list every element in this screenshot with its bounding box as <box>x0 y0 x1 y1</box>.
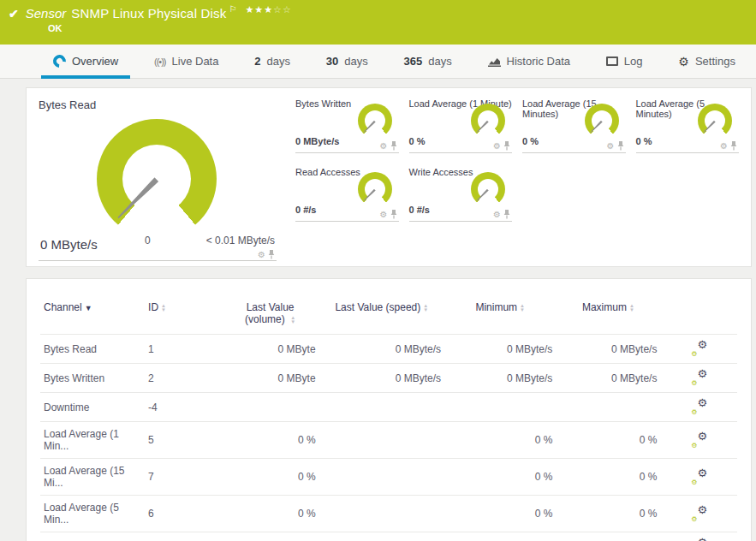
channel-settings-gears-icon[interactable]: ⚙⚙ <box>690 341 707 354</box>
channel-gear-icon[interactable]: ⚙ <box>607 141 615 151</box>
mini-gauge-value: 0 #/s <box>409 205 430 215</box>
cell-channel: Read Accesses <box>40 532 145 541</box>
channel-settings-gears-icon[interactable]: ⚙⚙ <box>690 469 707 483</box>
table-row[interactable]: Bytes Read 1 0 MByte 0 MByte/s 0 MByte/s… <box>40 335 737 364</box>
column-header-maximum[interactable]: Maximum▲▼ <box>556 296 660 335</box>
mini-gauge-value: 0 MByte/s <box>295 136 339 146</box>
channel-settings-gears-icon[interactable]: ⚙⚙ <box>690 506 707 520</box>
channel-settings-gears-icon[interactable]: ⚙⚙ <box>690 432 707 446</box>
sort-icon: ▲▼ <box>161 304 166 312</box>
pin-icon[interactable] <box>390 141 397 151</box>
mini-gauge-write-accesses: Write Accesses 0 #/s ⚙ <box>409 167 513 222</box>
tab-30-days-label: days <box>344 55 367 68</box>
cell-maximum: 0 % <box>556 496 660 532</box>
table-row[interactable]: Load Average (5 Min... 6 0 % 0 % 0 % ⚙⚙ <box>40 496 737 532</box>
tab-live-data[interactable]: ((•)) Live Data <box>142 45 230 78</box>
mini-gauge-read-accesses: Read Accesses 0 #/s ⚙ <box>295 167 399 222</box>
tab-30-days-number: 30 <box>326 55 338 68</box>
cell-last-speed: 0 #/s <box>319 532 445 541</box>
priority-stars[interactable]: ★★★☆☆ <box>245 4 291 15</box>
pin-icon[interactable] <box>730 141 737 151</box>
mini-gauge-value: 0 #/s <box>295 205 316 215</box>
gauge-needle <box>589 120 603 134</box>
primary-gauge-value: 0 MByte/s <box>40 237 98 252</box>
gear-icon: ⚙ <box>678 55 689 68</box>
tab-live-data-label: Live Data <box>172 55 219 68</box>
table-row[interactable]: Load Average (15 Mi... 7 0 % 0 % 0 % ⚙⚙ <box>40 459 737 496</box>
mini-gauge-load-1min: Load Average (1 Minute) 0 % ⚙ <box>409 98 513 153</box>
table-row[interactable]: Read Accesses 3 0 # 0 #/s 0 #/s 0 #/s ⚙⚙ <box>40 532 737 541</box>
tab-settings-label: Settings <box>695 55 735 68</box>
cell-id: 7 <box>145 459 222 496</box>
cell-id: 3 <box>145 532 222 541</box>
primary-gauge-block: Bytes Read 0 MByte/s 0 < 0.01 MByte/s ⚙ <box>39 98 277 261</box>
priority-flag-icon[interactable]: ⚐ <box>229 4 237 14</box>
table-row[interactable]: Load Average (1 Min... 5 0 % 0 % 0 % ⚙⚙ <box>40 422 737 459</box>
cell-maximum: 0 MByte/s <box>556 364 660 393</box>
gauge-needle <box>476 188 490 202</box>
sort-icon: ▲▼ <box>520 304 525 312</box>
column-header-id[interactable]: ID▲▼ <box>145 296 222 335</box>
gauge-needle <box>362 188 376 202</box>
gauge-icon <box>51 52 68 70</box>
mini-gauges-grid: Bytes Written 0 MByte/s ⚙ Load Average (… <box>295 98 739 261</box>
cell-channel: Load Average (5 Min... <box>40 496 145 532</box>
tab-365-days[interactable]: 365 days <box>392 45 464 78</box>
pin-icon[interactable] <box>617 141 624 151</box>
channel-gear-icon[interactable]: ⚙ <box>493 210 501 219</box>
tab-settings[interactable]: ⚙ Settings <box>666 45 747 78</box>
ok-check-icon: ✔ <box>9 7 19 21</box>
channels-table: Channel▼ ID▲▼ Last Value (volume) ▲▼ Las… <box>40 296 737 541</box>
table-row[interactable]: Downtime -4 ⚙⚙ <box>40 393 737 422</box>
cell-minimum: 0 % <box>444 422 556 459</box>
tab-2-days-label: days <box>267 55 290 68</box>
pin-icon[interactable] <box>503 141 510 151</box>
column-header-last-speed[interactable]: Last Value (speed)▲▼ <box>319 296 445 335</box>
cell-last-volume: 0 MByte <box>222 335 319 364</box>
tab-365-days-number: 365 <box>404 55 423 68</box>
pin-icon[interactable] <box>390 210 397 219</box>
cell-maximum <box>556 393 660 422</box>
channel-gear-icon[interactable]: ⚙ <box>493 141 501 151</box>
gauge-needle <box>703 120 717 134</box>
column-header-minimum[interactable]: Minimum▲▼ <box>444 296 556 335</box>
tab-2-days[interactable]: 2 days <box>242 45 302 78</box>
column-header-last-volume[interactable]: Last Value (volume) ▲▼ <box>222 296 319 335</box>
channel-gear-icon[interactable]: ⚙ <box>380 210 388 219</box>
pin-icon[interactable] <box>268 250 275 259</box>
gauge-scale-min: 0 <box>145 235 151 247</box>
cell-last-volume: 0 % <box>222 496 319 532</box>
sensor-status-text: OK <box>48 23 747 33</box>
pin-icon[interactable] <box>503 210 510 219</box>
stars-filled[interactable]: ★★★ <box>245 4 273 15</box>
mini-gauge-value: 0 % <box>636 136 652 146</box>
tab-overview-label: Overview <box>72 55 118 68</box>
primary-gauge <box>97 119 217 239</box>
cell-minimum: 0 #/s <box>444 532 556 541</box>
cell-last-volume: 0 % <box>222 459 319 496</box>
column-header-channel[interactable]: Channel▼ <box>40 296 145 335</box>
cell-last-speed <box>319 422 445 459</box>
channel-gear-icon[interactable]: ⚙ <box>380 141 388 151</box>
channel-gear-icon[interactable]: ⚙ <box>258 250 265 259</box>
tab-overview[interactable]: Overview <box>41 45 130 78</box>
channel-settings-gears-icon[interactable]: ⚙⚙ <box>690 370 707 383</box>
tab-30-days[interactable]: 30 days <box>314 45 380 78</box>
stars-empty[interactable]: ☆☆ <box>273 4 292 15</box>
tab-log[interactable]: Log <box>594 45 655 78</box>
cell-id: -4 <box>145 393 222 422</box>
cell-channel: Load Average (1 Min... <box>40 422 145 459</box>
cell-last-speed <box>319 496 445 532</box>
mini-gauge-load-5min: Load Average (5 Minutes) 0 % ⚙ <box>636 98 740 153</box>
channel-settings-gears-icon[interactable]: ⚙⚙ <box>690 399 707 413</box>
table-row[interactable]: Bytes Written 2 0 MByte 0 MByte/s 0 MByt… <box>40 364 737 393</box>
tab-historic-data[interactable]: Historic Data <box>476 45 582 78</box>
tab-log-label: Log <box>624 55 643 68</box>
gauges-panel: Bytes Read 0 MByte/s 0 < 0.01 MByte/s ⚙ … <box>26 87 752 267</box>
table-header-row: Channel▼ ID▲▼ Last Value (volume) ▲▼ Las… <box>40 296 737 335</box>
tab-365-days-label: days <box>428 55 451 68</box>
mini-gauge <box>471 172 505 206</box>
channel-gear-icon[interactable]: ⚙ <box>720 141 728 151</box>
chart-icon <box>488 56 501 67</box>
cell-last-speed: 0 MByte/s <box>319 335 445 364</box>
